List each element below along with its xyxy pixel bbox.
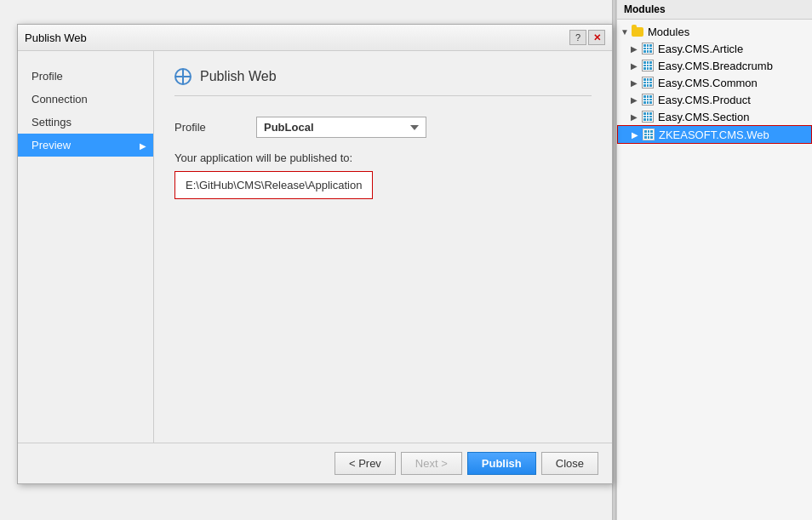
expand-arrow: ▶ [631,44,641,54]
se-item-common[interactable]: ▶ Easy.CMS.Common [617,74,812,91]
nav-item-profile[interactable]: Profile [18,65,153,88]
dialog-area: Publish Web ? ✕ Profile Connection Setti… [0,0,612,520]
publish-header-title: Publish Web [200,69,277,84]
expand-arrow: ▶ [631,112,641,122]
publish-path-text: E:\GitHub\CMS\Release\Application [186,179,362,191]
expand-arrow: ▼ [620,27,631,37]
dialog-content: Profile Connection Settings Preview Publ… [18,51,612,443]
folder-icon [631,25,644,38]
se-tree: ▼ Modules ▶ Easy.CMS.Article ▶ Easy.CMS.… [617,20,812,147]
dialog-main: Publish Web Profile PubLocal Default Cus… [154,51,612,443]
help-button[interactable]: ? [569,30,586,45]
se-item-section[interactable]: ▶ Easy.CMS.Section [617,108,812,125]
se-item-article[interactable]: ▶ Easy.CMS.Article [617,40,812,57]
publish-globe-icon [174,68,192,85]
publish-button[interactable]: Publish [467,452,536,475]
se-item-product[interactable]: ▶ Easy.CMS.Product [617,91,812,108]
grid-icon [642,128,655,141]
publish-info-description: Your application will be published to: [174,151,592,164]
nav-item-preview[interactable]: Preview [18,134,153,157]
se-item-label: Easy.CMS.Breadcrumb [658,60,773,72]
dialog-title-left: Publish Web [25,31,87,44]
solution-explorer: Modules ▼ Modules ▶ Easy.CMS.Article ▶ E… [616,0,812,520]
publish-path-box: E:\GitHub\CMS\Release\Application [174,171,373,199]
expand-arrow: ▶ [631,95,641,105]
dialog-nav: Profile Connection Settings Preview [18,51,154,443]
grid-icon [641,110,655,123]
se-item-label: Easy.CMS.Product [658,94,751,106]
se-item-label: ZKEASOFT.CMS.Web [659,129,769,141]
grid-icon [641,93,655,106]
profile-row: Profile PubLocal Default Custom [174,117,592,138]
publish-header: Publish Web [174,68,592,96]
dialog-title-text: Publish Web [25,31,87,44]
dialog-footer: < Prev Next > Publish Close [18,443,612,483]
se-header: Modules [617,0,812,20]
prev-button[interactable]: < Prev [335,452,396,475]
profile-select[interactable]: PubLocal Default Custom [256,117,426,138]
se-item-label: Easy.CMS.Common [658,77,758,89]
grid-icon [641,42,655,55]
se-item-zkeasoft[interactable]: ▶ ZKEASOFT.CMS.Web [617,125,812,144]
se-item-modules[interactable]: ▼ Modules [617,23,812,40]
grid-icon [641,76,655,89]
se-item-label: Easy.CMS.Article [658,43,743,55]
grid-icon [641,59,655,72]
close-button[interactable]: ✕ [588,30,605,45]
publish-web-dialog: Publish Web ? ✕ Profile Connection Setti… [17,24,613,484]
nav-item-settings[interactable]: Settings [18,111,153,134]
profile-label: Profile [174,121,243,134]
dialog-close-button[interactable]: Close [541,452,598,475]
expand-arrow: ▶ [631,61,641,71]
se-item-breadcrumb[interactable]: ▶ Easy.CMS.Breadcrumb [617,57,812,74]
expand-arrow: ▶ [632,130,642,140]
nav-item-connection[interactable]: Connection [18,88,153,111]
se-item-label: Modules [648,26,689,38]
se-item-label: Easy.CMS.Section [658,111,749,123]
title-buttons: ? ✕ [569,30,605,45]
dialog-titlebar: Publish Web ? ✕ [18,25,612,51]
next-button[interactable]: Next > [401,452,462,475]
expand-arrow: ▶ [631,78,641,88]
